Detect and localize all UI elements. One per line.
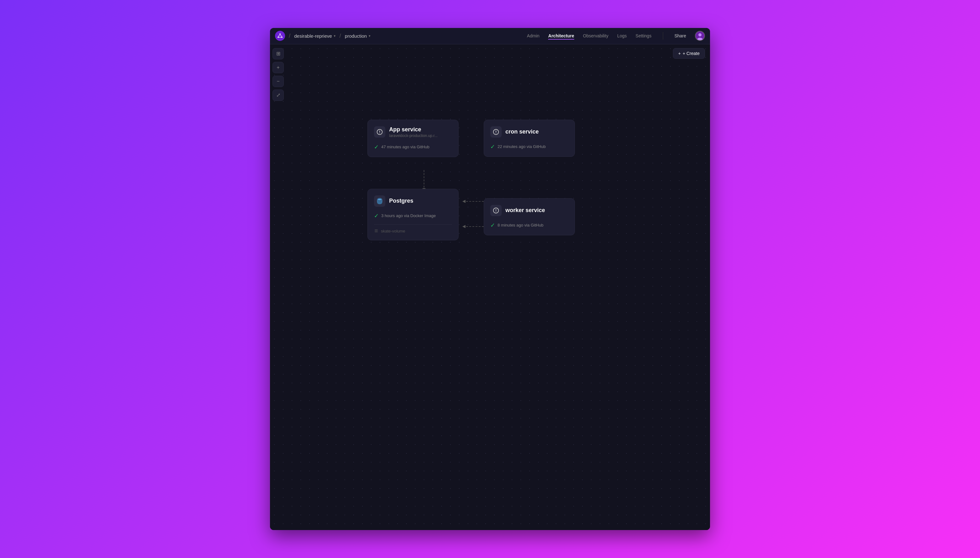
fullscreen-button[interactable]: ⤢: [272, 90, 284, 101]
breadcrumb-sep-2: /: [340, 33, 341, 39]
app-status-icon: ✓: [374, 144, 379, 151]
project-name: desirable-reprieve: [294, 33, 332, 39]
nav-observability[interactable]: Observability: [583, 32, 609, 39]
svg-marker-14: [462, 225, 466, 228]
cron-service-card[interactable]: cron service ✓ 22 minutes ago via GitHub: [484, 120, 575, 157]
app-status-text: 47 minutes ago via GitHub: [381, 144, 429, 149]
nav-architecture[interactable]: Architecture: [548, 32, 574, 39]
zoom-in-icon: +: [277, 65, 279, 71]
nav-admin[interactable]: Admin: [527, 32, 540, 39]
svg-line-4: [280, 34, 282, 37]
connection-lines: [270, 44, 710, 530]
svg-point-0: [279, 33, 281, 34]
postgres-service-icon: [374, 195, 385, 207]
nav-settings[interactable]: Settings: [635, 32, 652, 39]
env-chevron-icon: ▾: [369, 34, 371, 38]
grid-icon: ⊞: [276, 51, 281, 57]
logo[interactable]: [275, 31, 285, 41]
worker-title-group: worker service: [506, 207, 545, 213]
create-plus-icon: +: [678, 51, 681, 56]
zoom-out-button[interactable]: −: [272, 76, 284, 87]
postgres-title-group: Postgres: [389, 198, 413, 204]
titlebar: / desirable-reprieve ▾ / production ▾ Ad…: [270, 28, 710, 44]
zoom-out-icon: −: [277, 79, 279, 84]
app-service-title: App service: [389, 126, 438, 133]
postgres-volume-footer: skate-volume: [374, 224, 452, 234]
cron-service-icon: [490, 126, 502, 138]
nav-links: Admin Architecture Observability Logs Se…: [527, 31, 705, 41]
worker-service-card[interactable]: worker service ✓ 8 minutes ago via GitHu…: [484, 198, 575, 235]
worker-service-icon: [490, 205, 502, 216]
svg-marker-12: [462, 200, 466, 203]
avatar[interactable]: [695, 31, 705, 41]
project-breadcrumb[interactable]: desirable-reprieve ▾: [294, 33, 336, 39]
postgres-status-icon: ✓: [374, 212, 379, 219]
cron-service-status: ✓ 22 minutes ago via GitHub: [490, 143, 568, 150]
cron-service-header: cron service: [490, 126, 568, 138]
worker-service-header: worker service: [490, 205, 568, 216]
app-window: / desirable-reprieve ▾ / production ▾ Ad…: [270, 28, 710, 530]
svg-point-16: [378, 199, 382, 200]
env-name: production: [345, 33, 367, 39]
breadcrumb-sep-1: /: [289, 33, 291, 39]
app-service-card[interactable]: App service laraveldock-production.up.r.…: [368, 120, 458, 157]
app-service-status: ✓ 47 minutes ago via GitHub: [374, 144, 452, 151]
postgres-volume-label: skate-volume: [381, 229, 405, 233]
volume-icon: [374, 228, 378, 234]
postgres-service-card[interactable]: Postgres ✓ 3 hours ago via Docker Image …: [368, 189, 458, 240]
sidebar-tools: ⊞ + − ⤢: [270, 44, 286, 530]
cron-status-icon: ✓: [490, 143, 495, 150]
nav-logs[interactable]: Logs: [617, 32, 627, 39]
create-label: + Create: [683, 51, 699, 56]
app-service-header: App service laraveldock-production.up.r.…: [374, 126, 452, 138]
worker-status-icon: ✓: [490, 222, 495, 229]
share-button[interactable]: Share: [675, 33, 686, 38]
postgres-status-text: 3 hours ago via Docker Image: [381, 213, 436, 218]
cron-service-title-group: cron service: [506, 128, 539, 135]
app-service-icon: [374, 126, 385, 138]
worker-service-title: worker service: [506, 207, 545, 213]
zoom-in-button[interactable]: +: [272, 62, 284, 73]
app-service-subtitle: laraveldock-production.up.r...: [389, 133, 438, 138]
fullscreen-icon: ⤢: [276, 92, 281, 98]
postgres-service-status: ✓ 3 hours ago via Docker Image: [374, 212, 452, 219]
postgres-service-header: Postgres: [374, 195, 452, 207]
worker-service-status: ✓ 8 minutes ago via GitHub: [490, 222, 568, 229]
cron-status-text: 22 minutes ago via GitHub: [497, 144, 546, 149]
worker-status-text: 8 minutes ago via GitHub: [497, 223, 543, 228]
main-canvas-area: ⊞ + − ⤢ + + Create: [270, 44, 710, 530]
postgres-title: Postgres: [389, 198, 413, 204]
app-service-title-group: App service laraveldock-production.up.r.…: [389, 126, 438, 138]
env-breadcrumb[interactable]: production ▾: [345, 33, 371, 39]
create-button[interactable]: + + Create: [673, 48, 705, 59]
grid-tool-button[interactable]: ⊞: [272, 48, 284, 59]
project-chevron-icon: ▾: [334, 34, 336, 38]
svg-point-7: [698, 33, 701, 36]
architecture-canvas[interactable]: App service laraveldock-production.up.r.…: [270, 44, 710, 530]
svg-line-3: [278, 34, 280, 37]
cron-service-title: cron service: [506, 128, 539, 135]
